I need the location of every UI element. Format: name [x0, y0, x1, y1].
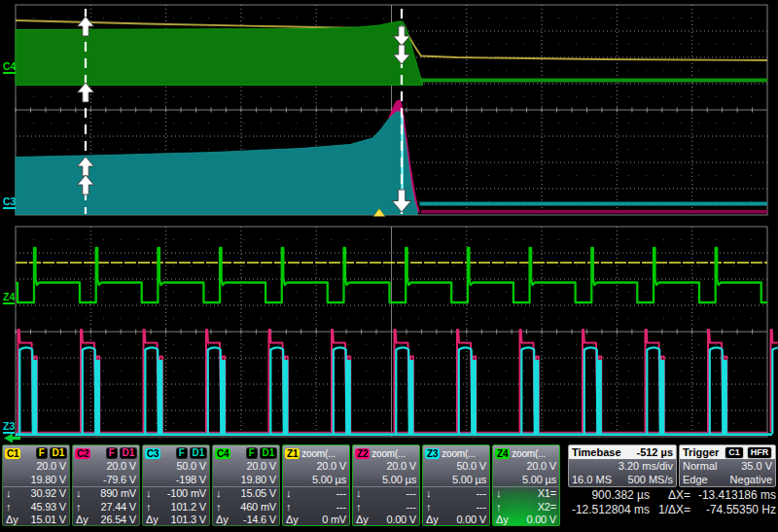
trigger-mode: Normal	[683, 459, 717, 473]
max-arrow-icon: ↑	[6, 501, 20, 514]
c2-d1-badge: D1	[120, 447, 137, 459]
min-arrow-icon: ↓	[6, 487, 20, 501]
cursor-x2-label: X2=	[511, 501, 556, 514]
min-arrow-icon: ↓	[356, 487, 371, 501]
z3-max: ---	[441, 501, 486, 514]
max-arrow-icon: ↑	[496, 501, 511, 514]
max-arrow-icon: ↑	[356, 501, 371, 514]
waveform-display[interactable]	[0, 0, 778, 443]
z3-min: ---	[441, 487, 486, 501]
trigger-source-badge: C1	[725, 446, 744, 459]
z2-min: ---	[371, 487, 416, 501]
delta-y-label: Δy	[426, 514, 441, 527]
max-arrow-icon: ↑	[426, 501, 441, 514]
cursor-x1-label: X1=	[511, 487, 556, 501]
zoom-box-z1[interactable]: Z1 zoom(... 20.0 V 5.00 µs ↓--- ↑--- Δy0…	[282, 444, 350, 526]
c3-badge: C3	[145, 448, 160, 459]
z1-badge: Z1	[285, 448, 300, 459]
trigger-level: 35.0 V	[741, 459, 772, 473]
trace-label-z3[interactable]: Z3	[3, 421, 15, 434]
c4-dy: -14.6 V	[230, 514, 276, 527]
min-arrow-icon: ↓	[76, 487, 90, 501]
delta-y-label: Δy	[146, 514, 160, 527]
c4-d1-badge: D1	[260, 447, 277, 459]
c1-d1-badge: D1	[50, 447, 67, 459]
cursor-readout: 900.382 µs ΔX= -13.413186 ms -12.512804 …	[562, 488, 776, 517]
c3-f-badge: F	[176, 447, 188, 459]
zoom-box-z4[interactable]: Z4 zoom(... 20.0 V 5.00 µs ↓X1= ↑X2= Δy0…	[492, 444, 560, 526]
timebase-scale: 3.20 ms/div	[569, 459, 676, 473]
zoom-box-z2[interactable]: Z2 zoom(... 20.0 V 5.00 µs ↓--- ↑--- Δy0…	[352, 444, 420, 526]
z3-badge: Z3	[425, 448, 440, 459]
z1-vdiv: 20.0 V	[283, 460, 349, 474]
c3-dy: 101.3 V	[160, 514, 206, 527]
channel-box-c4[interactable]: C4 F D1 20.0 V 19.80 V ↓15.05 V ↑460 mV …	[212, 444, 280, 526]
delta-y-label: Δy	[216, 514, 230, 527]
min-arrow-icon: ↓	[426, 487, 441, 501]
trigger-title: Trigger	[683, 446, 719, 458]
trace-label-c4[interactable]: C4	[3, 61, 16, 74]
c1-dy: 15.01 V	[20, 514, 66, 527]
trace-label-z4[interactable]: Z4	[3, 292, 15, 304]
min-arrow-icon: ↓	[286, 487, 301, 501]
timebase-box[interactable]: Timebase -512 µs 3.20 ms/div 16.0 MS500 …	[568, 444, 677, 487]
max-arrow-icon: ↑	[76, 501, 90, 514]
delta-y-label: Δy	[496, 514, 511, 527]
trace-c4-envelope	[16, 21, 423, 86]
c2-badge: C2	[75, 448, 90, 459]
max-arrow-icon: ↑	[216, 501, 230, 514]
trigger-coupling: Edge	[683, 473, 708, 486]
z2-tdiv: 5.00 µs	[353, 474, 419, 487]
c2-vdiv: 20.0 V	[73, 460, 139, 474]
trigger-box[interactable]: Trigger C1 HFR Normal35.0 V EdgeNegative	[679, 444, 776, 487]
c4-badge: C4	[215, 448, 230, 459]
cursor-x1-value: 900.382 µs	[562, 488, 650, 503]
timebase-delay: -512 µs	[636, 446, 673, 458]
c4-vdiv: 20.0 V	[213, 460, 279, 474]
max-arrow-icon: ↑	[286, 501, 301, 514]
z3-vdiv: 50.0 V	[423, 460, 489, 474]
trace-c2-flat	[421, 210, 767, 213]
z4-badge: Z4	[495, 448, 510, 459]
channel-box-c1[interactable]: C1 F D1 20.0 V 19.80 V ↓30.92 V ↑45.93 V…	[2, 444, 70, 526]
c3-max: 101.2 V	[160, 501, 206, 514]
delta-x-label: ΔX=	[650, 488, 690, 503]
delta-y-label: Δy	[286, 514, 301, 527]
c3-min: -100 mV	[160, 487, 206, 501]
c2-offset: -79.6 V	[73, 474, 139, 487]
delta-y-label: Δy	[356, 514, 371, 527]
inv-delta-x-value: -74.55350 Hz	[690, 503, 776, 517]
channel-box-c3[interactable]: C3 F D1 50.0 V -198 V ↓-100 mV ↑101.2 V …	[142, 444, 210, 526]
timebase-rate: 500 MS/s	[628, 473, 673, 486]
c3-d1-badge: D1	[190, 447, 207, 459]
trace-z3	[19, 347, 778, 434]
z4-vdiv: 20.0 V	[493, 460, 559, 474]
c1-f-badge: F	[36, 447, 48, 459]
z1-tdiv: 5.00 µs	[283, 474, 349, 487]
zoom-box-z3[interactable]: Z3 zoom(... 50.0 V 5.00 µs ↓--- ↑--- Δy0…	[422, 444, 490, 526]
trace-c4-flat	[420, 79, 768, 83]
z3-dy: 0.00 V	[441, 514, 486, 527]
c1-max: 45.93 V	[20, 501, 66, 514]
z2-vdiv: 20.0 V	[353, 460, 419, 474]
c4-f-badge: F	[246, 447, 258, 459]
c2-f-badge: F	[106, 447, 118, 459]
z1-min: ---	[301, 487, 346, 501]
c4-min: 15.05 V	[230, 487, 276, 501]
z4-title: zoom(...	[512, 448, 546, 459]
z1-dy: 0 mV	[301, 514, 346, 527]
channel-box-c2[interactable]: C2 F D1 20.0 V -79.6 V ↓890 mV ↑27.44 V …	[72, 444, 140, 526]
c2-dy: 26.54 V	[90, 514, 136, 527]
z1-max: ---	[301, 501, 346, 514]
c2-max: 27.44 V	[90, 501, 136, 514]
min-arrow-icon: ↓	[496, 487, 511, 501]
cursor-x2-value: -12.512804 ms	[562, 503, 650, 517]
z1-title: zoom(...	[301, 448, 336, 459]
inv-delta-x-label: 1/ΔX=	[650, 503, 690, 517]
c1-vdiv: 20.0 V	[3, 460, 69, 474]
trace-c3-flat	[420, 202, 768, 206]
c1-min: 30.92 V	[20, 487, 66, 501]
z3-tdiv: 5.00 µs	[423, 474, 489, 487]
timebase-title: Timebase	[572, 446, 621, 458]
trace-label-c3[interactable]: C3	[3, 196, 16, 209]
